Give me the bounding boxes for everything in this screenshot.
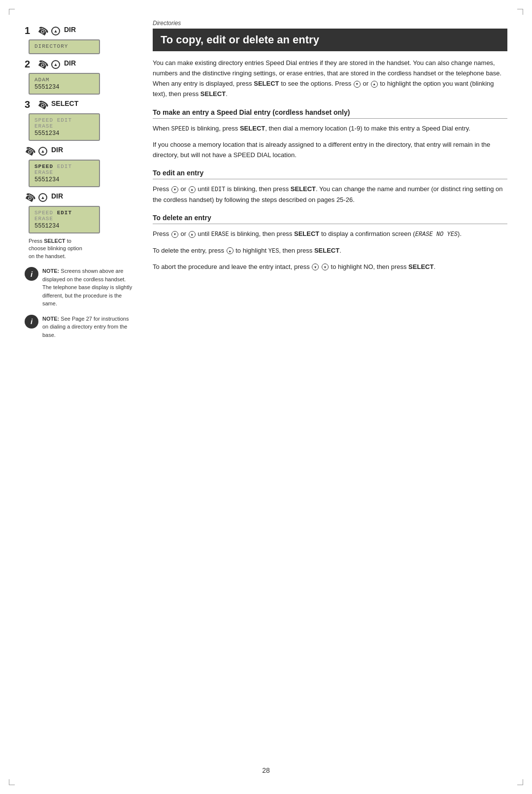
cid-icon-2: ▼	[171, 186, 178, 193]
note-1-box: i NOTE: Screens shown above are displaye…	[25, 267, 133, 308]
sub-step-1-label: DIR	[51, 146, 63, 154]
sub-step-2-row: ☎ ▲ DIR	[25, 191, 133, 203]
sub-step-2-screen-row1: SPEED EDIT ERASE	[34, 210, 94, 222]
step-1-screen: DIRECTORY	[29, 39, 100, 54]
cid-icon-1: ▼	[354, 81, 361, 88]
step-2-screen: ADAM 5551234	[29, 73, 100, 95]
sub-step-2-dir-icon: ▲	[38, 192, 48, 202]
step-2-screen-row2: 5551234	[34, 84, 94, 91]
sub-step-2-screen: SPEED EDIT ERASE 5551234	[29, 206, 100, 233]
subsection-delete: To delete an entry Press ▼ or ▲ until ER…	[153, 214, 507, 272]
step-3-screen-row2: 5551234	[34, 130, 94, 137]
press-select-note: Press SELECT tochoose blinking optionon …	[29, 237, 133, 260]
corner-mark-tl	[9, 9, 15, 15]
note-1-icon: i	[25, 267, 38, 281]
section-title: To copy, edit or delete an entry	[153, 29, 507, 51]
step-2-number: 2	[25, 58, 35, 70]
sub-step-2-label: DIR	[51, 192, 63, 200]
step-2-screen-row1: ADAM	[34, 77, 94, 83]
corner-mark-tr	[517, 9, 523, 15]
note-2-icon: i	[25, 315, 38, 329]
subsection-speed-dial-title: To make an entry a Speed Dial entry (cor…	[153, 108, 507, 119]
dir-icon-1: ▲	[371, 81, 378, 88]
sub-step-1-screen-row2: 5551234	[34, 176, 94, 183]
sub-step-1-screen-row1: SPEED EDIT ERASE	[34, 164, 94, 175]
sub-step-1-screen: SPEED EDIT ERASE 5551234	[29, 160, 100, 187]
page-number: 28	[262, 766, 270, 774]
corner-mark-bl	[9, 779, 15, 785]
step-1-row: 1 ☎ ▲ DIR	[25, 25, 133, 36]
sub-step-1-dir-icon: ▲	[38, 146, 48, 156]
step-3-handset-icon: ☎	[37, 99, 48, 110]
note-2-box: i NOTE: See Page 27 for instructions on …	[25, 315, 133, 339]
subsection-delete-title: To delete an entry	[153, 214, 507, 224]
step-3-number: 3	[25, 99, 35, 110]
step-3-row: 3 ☎ SELECT	[25, 99, 133, 110]
dir-icon-2: ▲	[189, 186, 196, 193]
subsection-delete-body3: To abort the procedure and leave the ent…	[153, 262, 507, 272]
right-column: Directories To copy, edit or delete an e…	[143, 20, 507, 774]
section-label: Directories	[153, 20, 507, 27]
corner-mark-br	[517, 779, 523, 785]
subsection-speed-dial-body2: If you choose a memory location that is …	[153, 140, 507, 161]
step-3-label: SELECT	[51, 99, 78, 107]
step-1-label: DIR	[64, 26, 76, 33]
subsection-edit-title: To edit an entry	[153, 169, 507, 179]
cid-icon-5: ▼	[322, 264, 329, 270]
note-1-text: NOTE: Screens shown above are displayed …	[42, 267, 133, 308]
subsection-delete-body2: To delete the entry, press ▲ to highligh…	[153, 246, 507, 256]
sub-step-1-row: ☎ ▲ DIR	[25, 145, 133, 157]
intro-text: You can make existing directory entries …	[153, 58, 507, 99]
sub-step-2-handset-icon: ☎	[25, 192, 35, 203]
step-1-handset-icon: ☎	[37, 26, 48, 36]
subsection-delete-body1: Press ▼ or ▲ until ERASE is blinking, th…	[153, 229, 507, 239]
subsection-speed-dial: To make an entry a Speed Dial entry (cor…	[153, 108, 507, 161]
cid-icon-4: ▼	[312, 264, 319, 270]
left-column: 1 ☎ ▲ DIR DIRECTORY 2 ☎ ▲ DIR ADAM	[25, 20, 143, 774]
step-1-number: 1	[25, 25, 35, 36]
step-3-screen-row1: SPEED EDIT ERASE	[34, 117, 94, 129]
dir-icon-4: ▲	[227, 247, 233, 254]
dir-icon-3: ▲	[189, 231, 196, 238]
step-2-handset-icon: ☎	[37, 59, 48, 70]
cid-icon-3: ▼	[171, 231, 178, 238]
step-2-dir-icon: ▲	[51, 59, 61, 69]
subsection-speed-dial-body1: When SPEED is blinking, press SELECT, th…	[153, 124, 507, 134]
step-1-dir-icon: ▲	[51, 26, 61, 35]
note-2-text: NOTE: See Page 27 for instructions on di…	[42, 315, 133, 339]
sub-step-1-handset-icon: ☎	[25, 146, 35, 157]
step-1-screen-row1: DIRECTORY	[34, 43, 94, 49]
step-2-row: 2 ☎ ▲ DIR	[25, 58, 133, 70]
subsection-edit-body: Press ▼ or ▲ until EDIT is blinking, the…	[153, 184, 507, 205]
step-2-label: DIR	[64, 59, 76, 67]
sub-step-2-screen-row2: 5551234	[34, 223, 94, 230]
step-3-screen: SPEED EDIT ERASE 5551234	[29, 113, 100, 141]
subsection-edit: To edit an entry Press ▼ or ▲ until EDIT…	[153, 169, 507, 205]
